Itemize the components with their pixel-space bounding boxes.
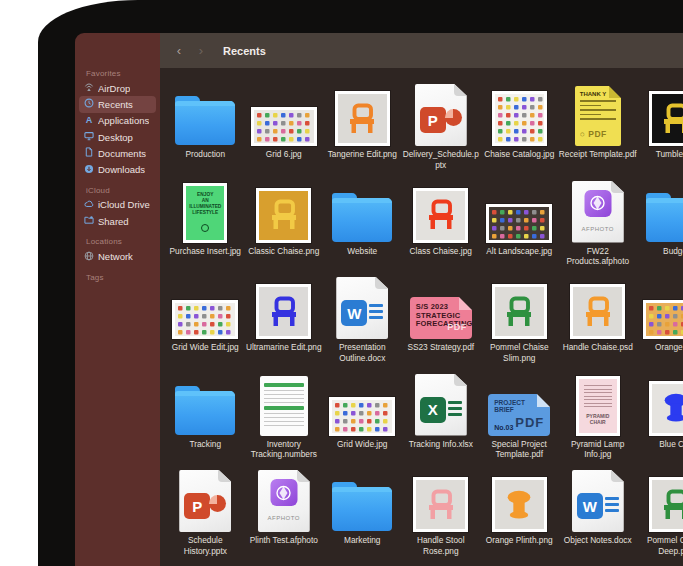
file-label: Pommel Chaise Slim.png (480, 342, 559, 363)
back-button[interactable]: ‹ (168, 44, 190, 57)
file-label: Classic Chaise.png (248, 246, 319, 257)
file-item[interactable]: Pommel Chaise Slim.png (480, 277, 559, 374)
sidebar-section-header: iCloud (86, 186, 160, 195)
file-item[interactable]: Website (323, 181, 402, 278)
image-thumbnail (413, 188, 468, 243)
sidebar-item-applications[interactable]: AApplications (79, 113, 156, 129)
file-item[interactable]: Marketing (323, 470, 402, 566)
image-thumbnail (492, 284, 547, 339)
image-thumbnail (335, 91, 390, 146)
file-item[interactable]: AFPHOTOPlinth Test.afphoto (245, 470, 324, 566)
clock-icon (84, 98, 94, 110)
sidebar-item-label: Downloads (98, 164, 145, 175)
sidebar-item-shared[interactable]: Shared (79, 213, 156, 229)
sidebar-item-documents[interactable]: Documents (79, 145, 156, 161)
file-label: Class Chaise.jpg (410, 246, 472, 257)
file-label: Grid Wide.jpg (337, 439, 387, 450)
sidebar-item-label: Shared (98, 216, 129, 227)
file-item[interactable]: Grid 6.jpg (245, 84, 324, 181)
sidebar-item-recents[interactable]: Recents (79, 96, 156, 112)
image-thumbnail: ENJOYANILLUMINATEDLIFESTYLE (183, 183, 227, 243)
image-thumbnail (172, 300, 238, 339)
sidebar: FavoritesAirDropRecentsAApplicationsDesk… (75, 33, 160, 566)
file-item[interactable]: Class Chaise.jpg (402, 181, 481, 278)
file-item[interactable]: WPresentation Outline.docx (323, 277, 402, 374)
affinity-photo-icon: AFPHOTO (258, 470, 310, 532)
file-item[interactable]: Inventory Tracking.numbers (245, 374, 324, 471)
file-item[interactable]: PDelivery_Schedule.pptx (402, 84, 481, 181)
file-item[interactable]: AFPHOTOFW22 Products.afphoto (559, 181, 638, 278)
file-item[interactable]: Handle Stool Rose.png (402, 470, 481, 566)
file-item[interactable]: ENJOYANILLUMINATEDLIFESTYLEPurchase Inse… (166, 181, 245, 278)
image-thumbnail (649, 477, 683, 532)
file-label: Special Project Template.pdf (480, 439, 559, 460)
numbers-document-icon (260, 376, 308, 436)
powerpoint-document-icon: P (415, 84, 467, 146)
file-item[interactable]: Tumble Mo (637, 84, 683, 181)
file-item[interactable]: PSchedule History.pptx (166, 470, 245, 566)
sidebar-item-network[interactable]: Network (79, 248, 156, 264)
file-item[interactable]: Handle Chaise.psd (559, 277, 638, 374)
sidebar-section-header: Favorites (86, 69, 160, 78)
file-label: Presentation Outline.docx (323, 342, 402, 363)
file-item[interactable]: PYRAMIDCHAIRPyramid Lamp Info.jpg (559, 374, 638, 471)
sidebar-item-desktop[interactable]: Desktop (79, 129, 156, 145)
image-thumbnail (486, 204, 552, 243)
file-item[interactable]: PROJECTBRIEFNo.03PDFSpecial Project Temp… (480, 374, 559, 471)
image-thumbnail (413, 477, 468, 532)
file-item[interactable]: Grid Wide.jpg (323, 374, 402, 471)
file-label: FW22 Products.afphoto (559, 246, 638, 267)
file-label: SS23 Strategy.pdf (407, 342, 474, 353)
file-item[interactable]: Tracking (166, 374, 245, 471)
file-label: Tangerine Edit.png (328, 149, 397, 160)
file-item[interactable]: S/S 2023STRATEGICFORECASTINGPDFSS23 Stra… (402, 277, 481, 374)
file-label: Purchase Insert.jpg (170, 246, 241, 257)
file-label: Handle Stool Rose.png (402, 535, 481, 556)
file-label: Tracking Info.xlsx (409, 439, 473, 450)
file-label: Orange Plinth.png (486, 535, 553, 546)
file-grid: ProductionGrid 6.jpg Tangerine Edit.pngP… (160, 68, 683, 566)
folder-icon (175, 101, 235, 145)
file-label: Tracking (189, 439, 221, 450)
image-thumbnail (649, 381, 683, 436)
affinity-photo-icon: AFPHOTO (572, 181, 624, 243)
file-item[interactable]: WObject Notes.docx (559, 470, 638, 566)
file-item[interactable]: XTracking Info.xlsx (402, 374, 481, 471)
file-label: Orange Hig (655, 342, 683, 353)
file-label: Inventory Tracking.numbers (245, 439, 324, 460)
file-item[interactable]: Budget (637, 181, 683, 278)
file-label: Delivery_Schedule.pptx (402, 149, 481, 170)
file-label: Marketing (344, 535, 380, 546)
file-label: Object Notes.docx (564, 535, 632, 546)
file-item[interactable]: Ultramarine Edit.png (245, 277, 324, 374)
display-bezel: FavoritesAirDropRecentsAApplicationsDesk… (38, 0, 683, 566)
file-item[interactable]: Blue Cha (637, 374, 683, 471)
file-item[interactable]: Pommel Chaise Deep.png (637, 470, 683, 566)
sidebar-item-label: Desktop (98, 132, 133, 143)
file-item[interactable]: Classic Chaise.png (245, 181, 324, 278)
file-item[interactable]: THANK Y○ PDFReceipt Template.pdf (559, 84, 638, 181)
file-item[interactable]: Orange Hig (637, 277, 683, 374)
file-item[interactable]: Tangerine Edit.png (323, 84, 402, 181)
file-label: Tumble Mo (656, 149, 683, 160)
image-thumbnail (256, 188, 311, 243)
airdrop-icon (84, 82, 94, 94)
file-item[interactable]: Orange Plinth.png (480, 470, 559, 566)
receipt-pdf-icon: THANK Y○ PDF (575, 86, 621, 146)
document-icon (84, 147, 94, 159)
folder-icon (646, 198, 683, 242)
file-item[interactable]: Production (166, 84, 245, 181)
file-item[interactable]: Alt Landscape.jpg (480, 181, 559, 278)
file-item[interactable]: Chaise Catalog.jpg (480, 84, 559, 181)
sidebar-item-airdrop[interactable]: AirDrop (79, 80, 156, 96)
image-thumbnail (256, 284, 311, 339)
forward-button[interactable]: › (190, 44, 212, 57)
excel-document-icon: X (415, 374, 467, 436)
sidebar-item-downloads[interactable]: Downloads (79, 161, 156, 177)
image-thumbnail (492, 91, 547, 146)
file-item[interactable]: Grid Wide Edit.jpg (166, 277, 245, 374)
folder-icon (332, 198, 392, 242)
main-area: ‹ › Recents ProductionGrid 6.jpg Tangeri… (160, 33, 683, 566)
sidebar-section-header: Tags (86, 273, 160, 282)
sidebar-item-icloud-drive[interactable]: iCloud Drive (79, 197, 156, 213)
